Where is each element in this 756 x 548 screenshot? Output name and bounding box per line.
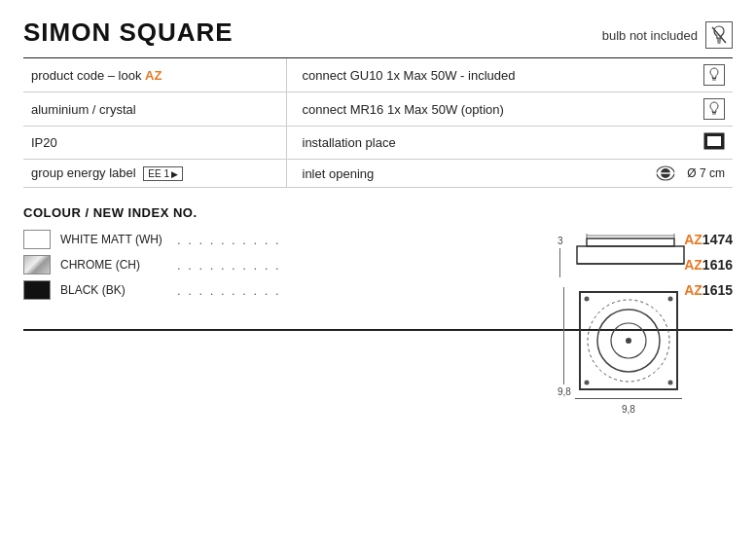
bulb-notice: bulb not included [602, 21, 733, 49]
material-label: aluminium / crystal [31, 102, 136, 117]
colour-label-chrome: CHROME (CH) [60, 258, 167, 272]
colour-swatch-black [23, 280, 51, 300]
gu10-bulb-icon [703, 64, 725, 86]
product-code-label: product code – look [31, 68, 145, 83]
spec-row-1: product code – look AZ connect GU10 1x M… [23, 58, 733, 92]
svg-rect-9 [707, 136, 721, 146]
colour-label-white: WHITE MATT (WH) [60, 233, 167, 246]
inlet-dim: Ø 7 cm [687, 166, 725, 180]
spec-row-4: group energy label EE 1 ▶ inlet opening [23, 160, 733, 188]
spec-left-4: group energy label EE 1 ▶ [23, 160, 286, 188]
spec-left-2: aluminium / crystal [23, 92, 286, 127]
spec-row-2: aluminium / crystal connect MR16 1x Max … [23, 92, 733, 127]
svg-rect-14 [577, 246, 684, 264]
side-elevation-container: 3 [558, 234, 733, 277]
colour-label-black: BLACK (BK) [60, 283, 167, 297]
spec-row-3: IP20 installation place [23, 127, 733, 160]
energy-label-badge: EE 1 ▶ [143, 166, 183, 181]
inlet-icon: Ø 7 cm [656, 165, 725, 181]
top-view-svg [575, 287, 682, 394]
dim-9-8-label: 9,8 [558, 386, 571, 397]
svg-point-24 [584, 297, 589, 302]
dim-height-side-label: 9,8 [558, 287, 571, 397]
svg-point-26 [584, 381, 589, 385]
dim-height-top-label: 3 [558, 234, 563, 277]
svg-point-25 [667, 297, 672, 302]
bulb-icon [705, 21, 733, 49]
spec-gu10-text: connect GU10 1x Max 50W - included [303, 68, 516, 83]
colour-section-title: COLOUR / NEW INDEX NO. [23, 205, 733, 220]
spec-mr16-text: connect MR16 1x Max 50W (option) [303, 102, 504, 117]
spec-right-4: inlet opening Ø 7 cm [286, 160, 733, 188]
spec-right-1: connect GU10 1x Max 50W - included [286, 58, 733, 92]
spec-left-3: IP20 [23, 127, 286, 160]
colour-swatch-chrome [23, 255, 51, 274]
bulb-notice-text: bulb not included [602, 28, 698, 43]
svg-rect-12 [656, 172, 675, 174]
page: SIMON SQUARE bulb not included product c… [0, 0, 756, 341]
ip-label: IP20 [31, 135, 57, 150]
install-text: installation place [303, 135, 396, 150]
spec-left-1: product code – look AZ [23, 58, 286, 92]
spec-right-3: installation place [286, 127, 733, 160]
diagram-area: 3 9,8 [558, 234, 733, 417]
svg-point-23 [626, 338, 631, 344]
side-elevation-svg [567, 234, 694, 273]
dim-bottom-label: 9,8 [575, 398, 682, 417]
inlet-text: inlet opening [303, 166, 375, 181]
svg-point-27 [667, 381, 672, 385]
top-view-wrapper: 9,8 [575, 287, 682, 417]
svg-rect-13 [587, 238, 674, 246]
energy-badge-text: EE 1 [148, 168, 169, 179]
spec-right-2: connect MR16 1x Max 50W (option) [286, 92, 733, 127]
top-view-container: 9,8 [558, 287, 733, 417]
product-code-highlight: AZ [145, 68, 162, 83]
energy-arrow-icon: ▶ [171, 169, 178, 179]
energy-label-text: group energy label [31, 165, 136, 180]
dim-width-label: 9,8 [622, 404, 635, 415]
specs-table: product code – look AZ connect GU10 1x M… [23, 58, 733, 188]
dim-3-label: 3 [558, 236, 563, 246]
install-icon [703, 132, 725, 153]
mr16-bulb-icon [703, 98, 725, 120]
colour-swatch-white [23, 230, 51, 249]
